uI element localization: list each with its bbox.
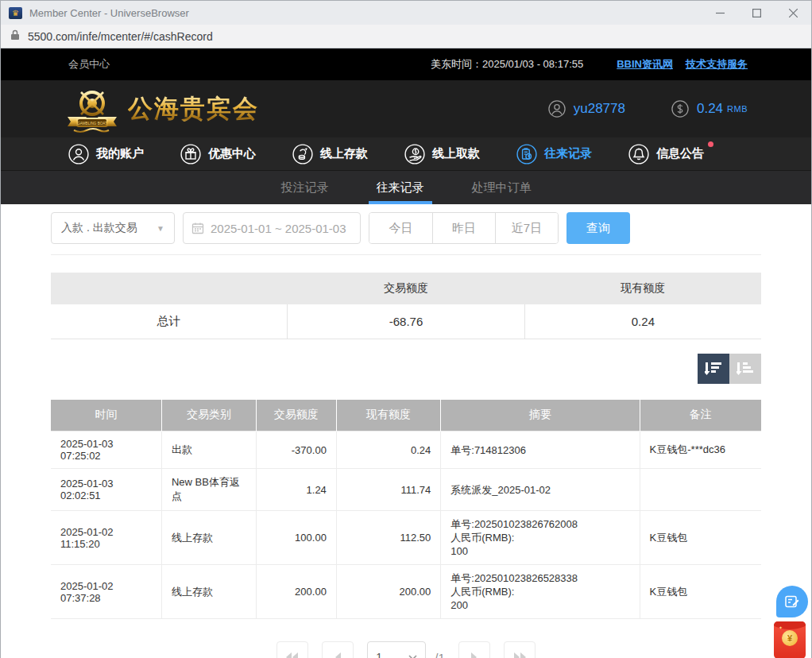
customer-service-button[interactable] (776, 586, 808, 617)
site-logo[interactable]: GAMBLING BOAT 公海贵宾会 (63, 84, 548, 134)
browser-app-icon: ♛ (9, 7, 22, 19)
cell-type: 出款 (161, 432, 256, 469)
sparkle-icon: ✦ (779, 625, 783, 630)
red-envelope-button[interactable]: ✦ ¥ (774, 621, 806, 658)
nav-item-my-account[interactable]: 我的账户 (68, 144, 144, 164)
previous-page-button[interactable] (322, 641, 354, 658)
last-page-button[interactable] (504, 641, 536, 658)
divider (51, 254, 761, 255)
balance-amount: 0.24 (697, 101, 723, 117)
minimize-button[interactable] (702, 1, 738, 25)
cell-summary: 单号:202501023826528338 人民币(RMB): 200 (441, 565, 640, 619)
type-select-value: 入款 . 出款交易 (61, 221, 137, 235)
member-center-label: 会员中心 (68, 57, 431, 72)
nav-label: 线上存款 (320, 146, 368, 161)
col-time: 时间 (51, 400, 161, 432)
user-avatar-icon (548, 100, 566, 118)
cell-note (640, 469, 761, 511)
sort-ascending-button[interactable] (729, 354, 761, 384)
address-bar[interactable]: 5500.com/infe/mcenter/#/cashRecord (1, 25, 811, 48)
ship-wheel-icon: GAMBLING BOAT (63, 84, 122, 134)
records-icon (516, 144, 537, 164)
main-nav: 我的账户 优惠中心 线上存款 线上取款 往来记录 信息公告 (1, 137, 811, 171)
summary-header-empty (51, 273, 288, 304)
calendar-icon (191, 222, 204, 234)
record-subtabs: 投注记录 往来记录 处理中订单 (1, 171, 811, 204)
date-range-value: 2025-01-01 ~ 2025-01-03 (211, 222, 346, 235)
pagination: 1 /1 (51, 641, 761, 658)
summary-total-label: 总计 (51, 304, 288, 339)
filter-row: 入款 . 出款交易 ▼ 2025-01-01 ~ 2025-01-03 今日 昨… (51, 212, 761, 244)
cell-type: 线上存款 (161, 565, 256, 619)
today-button[interactable]: 今日 (369, 213, 432, 243)
summary-total-balance: 0.24 (524, 304, 761, 339)
nav-item-promotions[interactable]: 优惠中心 (180, 144, 256, 164)
transaction-type-select[interactable]: 入款 . 出款交易 ▼ (51, 212, 175, 244)
last7days-button[interactable]: 近7日 (495, 213, 558, 243)
cell-summary: 单号:202501023826762008 人民币(RMB): 100 (441, 511, 640, 565)
nav-item-announcements[interactable]: 信息公告 (628, 144, 704, 164)
sort-asc-icon (737, 361, 754, 377)
account-info[interactable]: yu28778 (548, 100, 625, 118)
records-table: 时间 交易类别 交易额度 现有额度 摘要 备注 2025-01-03 07:25… (51, 400, 761, 620)
edit-note-icon (784, 594, 800, 610)
cell-time: 2025-01-03 07:25:02 (51, 432, 161, 469)
browser-window: ♛ Member Center - UniverseBrowser 5500.c… (0, 0, 812, 658)
page-total: /1 (435, 651, 445, 658)
sort-descending-button[interactable] (698, 354, 729, 384)
chevron-down-icon (408, 655, 417, 658)
cell-summary: 系统派发_2025-01-02 (441, 469, 640, 511)
double-left-arrow-icon (286, 652, 299, 658)
summary-header-transaction: 交易额度 (288, 273, 525, 304)
tab-bet-records[interactable]: 投注记录 (278, 171, 332, 204)
chevron-down-icon: ▼ (157, 224, 164, 233)
lock-icon (10, 29, 20, 44)
main-content: 入款 . 出款交易 ▼ 2025-01-01 ~ 2025-01-03 今日 昨… (1, 204, 811, 658)
table-row: 2025-01-02 11:15:20 线上存款 100.00 112.50 单… (51, 511, 761, 565)
tab-pending-orders[interactable]: 处理中订单 (469, 171, 535, 204)
nav-item-withdraw[interactable]: 线上取款 (404, 144, 480, 164)
col-balance: 现有额度 (336, 400, 440, 432)
yesterday-button[interactable]: 昨日 (432, 213, 495, 243)
summary-table: 交易额度 现有额度 总计 -68.76 0.24 (51, 273, 761, 339)
deposit-icon (292, 144, 313, 164)
title-bar: ♛ Member Center - UniverseBrowser (1, 1, 811, 25)
col-amount: 交易额度 (256, 400, 336, 432)
right-arrow-icon (470, 652, 478, 658)
next-page-button[interactable] (458, 641, 490, 658)
query-button[interactable]: 查询 (566, 212, 630, 244)
gift-icon (180, 144, 201, 164)
page-select[interactable]: 1 (367, 641, 426, 658)
summary-total-row: 总计 -68.76 0.24 (51, 304, 761, 339)
bbin-news-link[interactable]: BBIN资讯网 (617, 57, 673, 72)
balance-info[interactable]: 0.24 RMB (671, 100, 748, 118)
records-header-row: 时间 交易类别 交易额度 现有额度 摘要 备注 (51, 400, 761, 432)
cell-amount: 1.24 (256, 469, 336, 511)
maximize-button[interactable] (738, 1, 775, 25)
nav-item-deposit[interactable]: 线上存款 (292, 144, 368, 164)
dollar-icon (671, 100, 689, 118)
first-page-button[interactable] (276, 641, 308, 658)
withdraw-icon (404, 144, 425, 164)
tab-transaction-records[interactable]: 往来记录 (373, 171, 427, 204)
nav-item-transaction-records[interactable]: 往来记录 (516, 144, 592, 164)
cell-balance: 112.50 (336, 511, 440, 565)
window-title: Member Center - UniverseBrowser (29, 7, 702, 19)
url-text: 5500.com/infe/mcenter/#/cashRecord (28, 30, 213, 43)
cell-balance: 200.00 (336, 565, 440, 619)
cell-type: 线上存款 (161, 511, 256, 565)
cell-time: 2025-01-02 11:15:20 (51, 511, 161, 565)
cell-time: 2025-01-02 07:37:28 (51, 565, 161, 619)
cell-note: K豆钱包-***dc36 (640, 432, 761, 469)
summary-total-transaction: -68.76 (288, 304, 525, 339)
close-button[interactable] (775, 1, 811, 25)
logo-text: 公海贵宾会 (128, 92, 259, 126)
top-info-bar: 会员中心 美东时间：2025/01/03 - 08:17:55 BBIN资讯网 … (1, 48, 811, 80)
currency-label: RMB (727, 104, 748, 114)
date-range-input[interactable]: 2025-01-01 ~ 2025-01-03 (183, 212, 361, 244)
user-icon (68, 144, 89, 164)
table-row: 2025-01-02 07:37:28 线上存款 200.00 200.00 单… (51, 565, 761, 619)
cell-balance: 0.24 (336, 432, 440, 469)
tech-support-link[interactable]: 技术支持服务 (686, 57, 748, 72)
cell-note: K豆钱包 (640, 565, 761, 619)
